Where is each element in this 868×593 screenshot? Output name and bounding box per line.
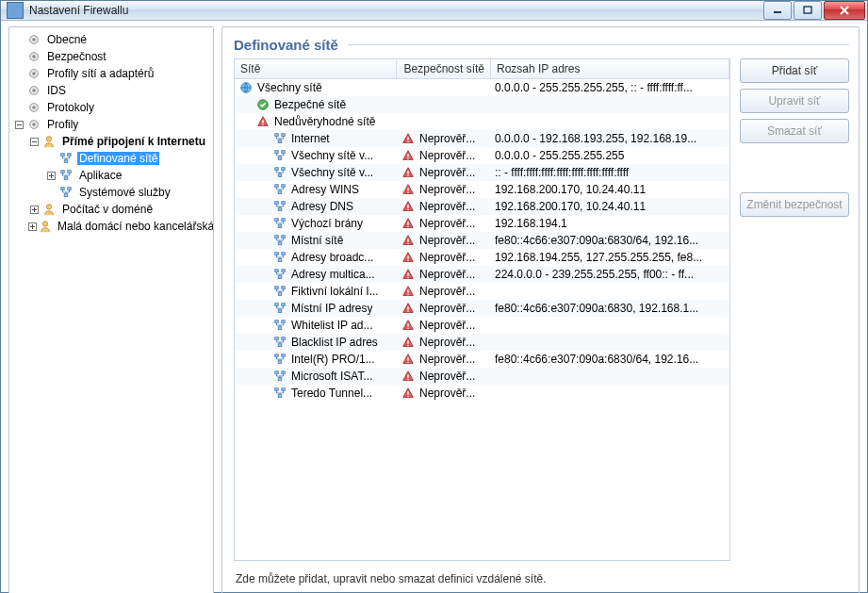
table-row[interactable]: Místní sítěNeprověř...fe80::4c66:e307:09…	[235, 232, 729, 249]
expand-icon[interactable]	[45, 170, 57, 181]
tree-item[interactable]: Počítač v doméně	[9, 201, 213, 218]
tree-item-label: Malá domácí nebo kancelářská síť	[56, 220, 214, 233]
table-row[interactable]: Adresy DNSNeprověř...192.168.200.170, 10…	[235, 198, 729, 215]
table-row[interactable]: Adresy multica...Neprověř...224.0.0.0 - …	[235, 266, 729, 283]
col-security[interactable]: Bezpečnost sítě	[397, 59, 491, 78]
tree-item-label: Systémové služby	[77, 186, 172, 199]
expand-icon[interactable]	[13, 102, 25, 113]
table-row[interactable]: Všechny sítě0.0.0.0 - 255.255.255.255, :…	[235, 79, 729, 96]
add-network-button[interactable]: Přidat síť	[740, 58, 849, 83]
svg-rect-22	[68, 154, 72, 156]
table-row[interactable]: Whitelist IP ad...Neprověř...	[235, 317, 729, 334]
expand-icon[interactable]	[28, 221, 37, 232]
svg-rect-106	[282, 338, 286, 340]
table-row[interactable]: Microsoft ISAT...Neprověř...	[235, 368, 729, 385]
warn-icon	[401, 335, 416, 350]
table-row[interactable]: Všechny sítě v...Neprověř...:: - ffff:ff…	[235, 164, 729, 181]
content-panel: Definované sítě Sítě Bezpečnost sítě Roz…	[221, 26, 860, 593]
svg-rect-82	[278, 259, 282, 262]
warn-icon	[401, 148, 416, 163]
col-range[interactable]: Rozsah IP adres	[491, 59, 729, 78]
table-row[interactable]: Teredo Tunnel...Neprověř...	[235, 385, 729, 402]
delete-network-button[interactable]: Smazat síť	[740, 119, 849, 143]
expand-icon[interactable]	[13, 51, 25, 62]
expand-icon[interactable]	[28, 136, 40, 147]
table-row[interactable]: Výchozí brányNeprověř...192.168.194.1	[235, 215, 729, 232]
svg-point-11	[32, 89, 36, 92]
maximize-button[interactable]	[794, 1, 822, 20]
table-row[interactable]: Intel(R) PRO/1...Neprověř...fe80::4c66:e…	[235, 351, 729, 368]
warn-icon	[401, 386, 416, 401]
network-name: Všechny sítě	[257, 81, 322, 94]
network-name: Blacklist IP adres	[291, 336, 378, 349]
svg-rect-47	[278, 140, 282, 143]
svg-point-64	[407, 192, 409, 194]
network-name: Všechny sítě v...	[291, 149, 373, 162]
table-header: Sítě Bezpečnost sítě Rozsah IP adres	[235, 59, 729, 79]
expand-icon[interactable]	[45, 187, 57, 198]
titlebar[interactable]: Nastavení Firewallu	[1, 1, 867, 21]
tree-item[interactable]: Definované sítě	[9, 150, 213, 167]
svg-rect-51	[282, 151, 286, 154]
table-body[interactable]: Všechny sítě0.0.0.0 - 255.255.255.255, :…	[235, 79, 729, 560]
table-row[interactable]: InternetNeprověř...0.0.0.0 - 192.168.193…	[235, 130, 729, 147]
ip-range: :: - ffff:ffff:ffff:ffff:ffff:ffff:ffff:…	[491, 166, 729, 179]
close-button[interactable]	[824, 1, 865, 20]
svg-rect-32	[64, 194, 68, 197]
ip-range: 0.0.0.0 - 192.168.193.255, 192.168.19...	[491, 132, 729, 145]
node-icon	[272, 335, 287, 350]
expand-icon[interactable]	[13, 68, 25, 79]
tree-item-label: Aplikace	[77, 169, 123, 182]
tree-item[interactable]: Přímé připojení k Internetu	[9, 133, 213, 150]
edit-network-button[interactable]: Upravit síť	[740, 89, 849, 113]
expand-icon[interactable]	[45, 153, 57, 164]
minimize-button[interactable]	[763, 1, 792, 20]
expand-icon[interactable]	[13, 85, 25, 96]
tree-item[interactable]: Obecné	[9, 31, 213, 48]
network-name: Výchozí brány	[291, 217, 363, 230]
user-icon	[41, 202, 57, 217]
node-icon	[272, 352, 287, 367]
table-row[interactable]: Všechny sítě v...Neprověř...0.0.0.0 - 25…	[235, 147, 729, 164]
nav-tree-panel[interactable]: ObecnéBezpečnostProfily sítí a adaptérůI…	[8, 26, 214, 593]
svg-rect-81	[282, 253, 286, 255]
expand-icon[interactable]	[28, 204, 40, 215]
node-icon	[272, 233, 287, 248]
network-name: Adresy multica...	[291, 268, 375, 281]
warn-icon	[401, 267, 416, 282]
table-row[interactable]: Nedůvěryhodné sítě	[235, 113, 729, 130]
tree-item[interactable]: Aplikace	[9, 167, 213, 184]
network-name: Bezpečné sítě	[274, 98, 346, 111]
tree-item[interactable]: Profily	[9, 116, 213, 133]
tree-item[interactable]: Malá domácí nebo kancelářská síť	[9, 218, 213, 235]
table-row[interactable]: Adresy WINSNeprověř...192.168.200.170, 1…	[235, 181, 729, 198]
svg-rect-111	[282, 354, 286, 357]
tree-item[interactable]: Systémové služby	[9, 184, 213, 201]
expand-icon[interactable]	[13, 119, 25, 130]
warn-icon	[401, 250, 416, 265]
svg-rect-97	[278, 310, 282, 313]
tree-item[interactable]: Bezpečnost	[9, 48, 213, 65]
table-row[interactable]: Místní IP adresyNeprověř...fe80::4c66:e3…	[235, 300, 729, 317]
table-row[interactable]: Fiktivní lokální I...Neprověř...	[235, 283, 729, 300]
svg-point-40	[42, 222, 47, 226]
svg-rect-28	[68, 171, 72, 173]
security-value: Neprověř...	[419, 336, 475, 349]
warn-icon	[255, 114, 270, 129]
network-name: Nedůvěryhodné sítě	[274, 115, 375, 128]
tree-item[interactable]: Profily sítí a adaptérů	[9, 65, 213, 82]
table-row[interactable]: Bezpečné sítě	[235, 96, 729, 113]
col-networks[interactable]: Sítě	[235, 59, 397, 78]
expand-icon[interactable]	[13, 34, 25, 45]
warn-icon	[401, 199, 416, 214]
svg-rect-21	[61, 154, 65, 156]
security-value: Neprověř...	[419, 149, 475, 162]
table-row[interactable]: Adresy broadc...Neprověř...192.168.194.2…	[235, 249, 729, 266]
svg-rect-110	[275, 354, 279, 357]
warn-icon	[401, 182, 416, 197]
change-security-button[interactable]: Změnit bezpečnost	[740, 192, 849, 217]
svg-point-119	[407, 379, 409, 381]
tree-item[interactable]: Protokoly	[9, 99, 213, 116]
tree-item[interactable]: IDS	[9, 82, 213, 99]
table-row[interactable]: Blacklist IP adresNeprověř...	[235, 334, 729, 351]
